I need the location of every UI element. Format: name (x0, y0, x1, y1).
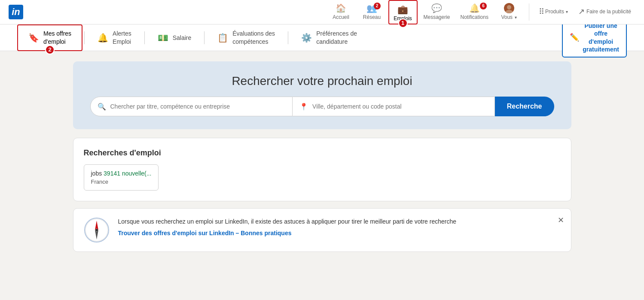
svg-point-0 (507, 5, 511, 9)
search-row: 🔍 📍 Recherche (90, 97, 554, 116)
navbar: in 🏠 Accueil 2 👥 Réseau 💼 Emplois 1 💬 Me… (0, 0, 644, 24)
sub-nav-divider-2 (144, 31, 145, 44)
jobs-icon: 💼 (397, 4, 408, 15)
linkedin-logo[interactable]: in (9, 5, 23, 19)
tip-content: Lorsque vous recherchez un emploi sur Li… (118, 217, 561, 236)
sub-nav-divider-4 (288, 31, 288, 44)
ads-icon: ↗ (578, 7, 585, 16)
main-content: Rechercher votre prochain emploi 🔍 📍 Rec… (64, 61, 580, 252)
compass-icon (84, 217, 110, 243)
svg-point-6 (95, 229, 98, 231)
tip-card: Lorsque vous recherchez un emploi sur Li… (73, 208, 571, 252)
gear-icon: ⚙️ (301, 33, 312, 43)
products-chevron: ▾ (566, 9, 568, 14)
home-icon: 🏠 (336, 3, 346, 13)
job-searches-title: Recherches d'emploi (84, 148, 561, 158)
job-searches-card: Recherches d'emploi jobs 39141 nouvelle(… (73, 138, 571, 201)
location-input[interactable] (312, 103, 488, 110)
sub-nav-divider-3 (204, 31, 204, 44)
edit-icon: ✏️ (570, 33, 579, 42)
nav-divider (529, 3, 529, 21)
nav-ads[interactable]: ↗ Faire de la publicité (574, 0, 635, 24)
step-badge-2: 2 (45, 45, 55, 55)
clipboard-icon: 📋 (217, 33, 228, 43)
search-button[interactable]: Recherche (495, 97, 554, 116)
avatar (504, 3, 514, 13)
location-input-wrap: 📍 (293, 97, 495, 116)
linkedin-logo-icon: in (9, 5, 23, 19)
sub-nav-mes-offres[interactable]: 🔖 Mes offresd'emploi 2 (17, 24, 82, 51)
grid-icon: ⠿ (539, 7, 544, 16)
job-search-item[interactable]: jobs 39141 nouvelle(... France (84, 164, 159, 191)
step-badge-1: 1 (398, 18, 408, 28)
sub-nav-alertes[interactable]: 🔔 AlertesEmploi (86, 24, 143, 51)
search-input-wrap: 🔍 (90, 97, 293, 116)
nav-messagerie[interactable]: 💬 Messagerie (419, 0, 455, 24)
job-search-location: France (91, 179, 152, 185)
search-section: Rechercher votre prochain emploi 🔍 📍 Rec… (73, 61, 571, 129)
alert-bell-icon: 🔔 (98, 33, 108, 43)
tip-link[interactable]: Trouver des offres d'emploi sur LinkedIn… (118, 230, 561, 236)
location-icon: 📍 (299, 103, 308, 111)
close-tip-button[interactable]: ✕ (558, 215, 564, 225)
tip-text: Lorsque vous recherchez un emploi sur Li… (118, 217, 561, 226)
search-input[interactable] (110, 103, 286, 110)
sub-nav: 🔖 Mes offresd'emploi 2 🔔 AlertesEmploi 💵… (0, 24, 644, 51)
sub-nav-divider-1 (84, 31, 85, 44)
sub-nav-preferences[interactable]: ⚙️ Préférences decandidature (290, 24, 368, 51)
bookmark-icon: 🔖 (28, 33, 39, 43)
search-title: Rechercher votre prochain emploi (90, 74, 554, 88)
search-icon: 🔍 (98, 103, 106, 111)
sub-nav-evaluations[interactable]: 📋 Évaluations descompétences (206, 24, 286, 51)
message-icon: 💬 (431, 3, 442, 13)
nav-vous[interactable]: Vous ▾ (494, 0, 524, 24)
nav-reseau[interactable]: 2 👥 Réseau (357, 0, 387, 24)
svg-point-1 (505, 10, 513, 13)
nav-produits[interactable]: ⠿ Produits ▾ (534, 0, 572, 24)
navbar-nav: 🏠 Accueil 2 👥 Réseau 💼 Emplois 1 💬 Messa… (327, 0, 636, 24)
salary-icon: 💵 (158, 33, 168, 43)
bell-icon: 🔔 (469, 3, 480, 13)
vous-chevron: ▾ (515, 15, 517, 20)
nav-accueil[interactable]: 🏠 Accueil (327, 0, 356, 24)
nav-notifications[interactable]: 6 🔔 Notifications (456, 0, 493, 24)
nav-emplois[interactable]: 💼 Emplois 1 (388, 0, 418, 24)
job-search-name: jobs 39141 nouvelle(... (91, 170, 152, 177)
sub-nav-salaire[interactable]: 💵 Salaire (147, 24, 203, 51)
